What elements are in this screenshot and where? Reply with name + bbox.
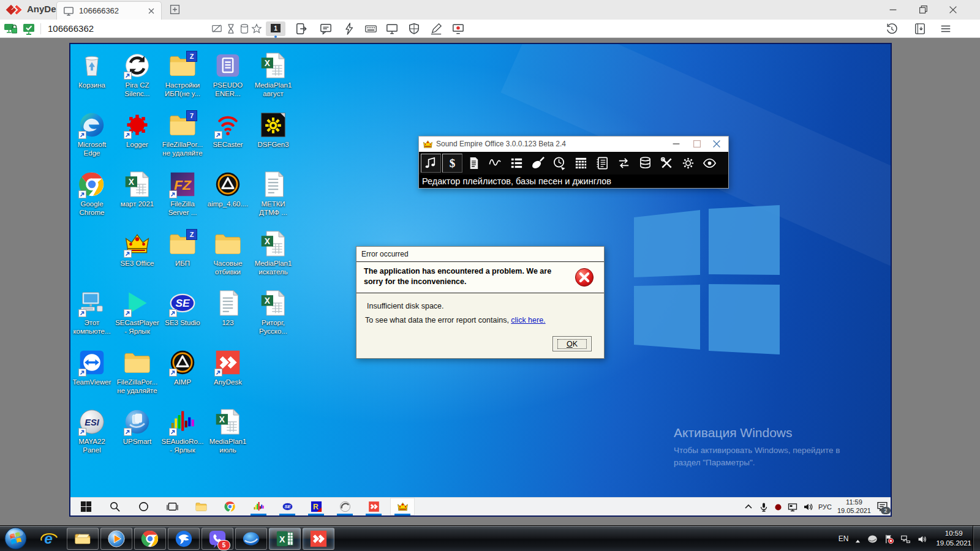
actions-lightning-icon[interactable]: [343, 23, 355, 35]
display-settings-icon[interactable]: [386, 23, 398, 35]
se3-icon: SE: [169, 290, 196, 317]
taskbar-excel[interactable]: X: [269, 528, 301, 550]
playlist-icon: [510, 156, 524, 170]
session-duration-icon[interactable]: [225, 23, 236, 34]
taskbar-thunderbird[interactable]: [168, 528, 200, 550]
taskbar-logger[interactable]: [333, 498, 357, 515]
se-toolbar-document-icon[interactable]: [464, 154, 484, 173]
tray-chevron-icon[interactable]: [744, 502, 753, 512]
desktop-icon-ritorg-russkoe[interactable]: XРиторг,Русско...: [247, 290, 300, 336]
sound-empire-window[interactable]: Sound Empire Office 3.0.0.123 Beta 2.4 $…: [418, 136, 729, 189]
language-indicator[interactable]: РУС: [818, 503, 832, 511]
taskbar-start-button[interactable]: [74, 498, 98, 515]
tab-close-icon[interactable]: [146, 6, 156, 16]
taskbar-search-button[interactable]: [102, 498, 127, 515]
taskbar-viber[interactable]: 5: [202, 528, 233, 550]
taskbar-anydesk[interactable]: [361, 498, 386, 515]
start-button[interactable]: [4, 527, 27, 550]
se-toolbar-money-icon[interactable]: $: [442, 154, 462, 173]
clock[interactable]: 10:59 19.05.2021: [936, 529, 971, 548]
new-tab-button[interactable]: [169, 4, 181, 15]
clock[interactable]: 11:59 19.05.2021: [837, 498, 871, 514]
taskbar-file-explorer[interactable]: [189, 498, 213, 515]
address-book-icon[interactable]: [914, 23, 926, 35]
remote-display-icon[interactable]: [788, 502, 797, 512]
taskbar-anydesk[interactable]: [303, 528, 334, 550]
desktop-icon-mediaplan1-iskatel[interactable]: XMediaPlan1искатель: [247, 230, 300, 277]
storage-icon[interactable]: [239, 23, 250, 34]
keyboard-icon[interactable]: [364, 23, 378, 35]
se-toolbar-scheduler-icon[interactable]: [549, 154, 570, 173]
esi-icon: ESI: [78, 408, 105, 435]
se-toolbar-phonebook-icon[interactable]: [592, 154, 612, 173]
click-here-link[interactable]: click here.: [511, 316, 545, 324]
se-toolbar-grid-icon[interactable]: [571, 154, 591, 173]
seaudiorouter-icon: [253, 501, 265, 512]
taskbar-blue-disc-app[interactable]: [235, 528, 267, 550]
tray-chevron-icon[interactable]: [854, 536, 861, 542]
network-icon[interactable]: [900, 534, 911, 544]
monitor-select-button[interactable]: 1: [266, 21, 285, 36]
window-close-button[interactable]: [939, 0, 967, 20]
volume-icon[interactable]: [917, 534, 927, 544]
whiteboard-pencil-icon[interactable]: [430, 23, 442, 35]
se-maximize-button[interactable]: [692, 138, 703, 149]
se-toolbar-settings-gear-icon[interactable]: [678, 154, 698, 173]
se-toolbar-exchange-icon[interactable]: [614, 154, 634, 173]
taskbar-task-view-button[interactable]: [160, 498, 184, 515]
se-toolbar-tools-icon[interactable]: [657, 154, 677, 173]
anydesk-icon: [309, 530, 328, 548]
microphone-icon[interactable]: [759, 502, 769, 512]
taskbar-chrome[interactable]: [217, 498, 242, 515]
sound-empire-titlebar[interactable]: Sound Empire Office 3.0.0.123 Beta 2.4: [419, 137, 728, 152]
favorite-star-icon[interactable]: [251, 23, 262, 34]
ok-button[interactable]: OK: [552, 336, 592, 351]
taskbar-seaudiorouter[interactable]: [246, 498, 271, 515]
language-indicator[interactable]: EN: [839, 534, 849, 543]
window-restore-button[interactable]: [909, 0, 937, 20]
menu-icon[interactable]: [940, 23, 952, 35]
session-tab[interactable]: 106666362: [56, 1, 162, 20]
excel-icon: X: [260, 52, 287, 79]
se-toolbar-music-notes-icon[interactable]: [421, 154, 441, 173]
history-icon[interactable]: [886, 23, 898, 35]
media-player-icon: [107, 530, 126, 548]
recording-dot-icon[interactable]: [774, 503, 782, 511]
error-dialog[interactable]: Error occurred The application has encou…: [356, 246, 605, 359]
desktop-icon-anydesk[interactable]: AnyDesk: [202, 349, 254, 386]
record-session-icon[interactable]: [452, 23, 464, 35]
taskbar-internet-explorer[interactable]: e: [33, 528, 65, 550]
se-toolbar-waveform-icon[interactable]: [485, 154, 505, 173]
volume-icon[interactable]: [803, 502, 813, 512]
show-desktop-button[interactable]: [973, 526, 980, 551]
desktop-icon-mediaplan1-avgust[interactable]: XMediaPlan1август: [247, 52, 300, 99]
taskbar-se3-studio[interactable]: SE: [275, 498, 300, 515]
privacy-screen-icon[interactable]: [211, 23, 222, 34]
se-toolbar-playlist-icon[interactable]: [507, 154, 527, 173]
taskbar-sound-empire-office[interactable]: [390, 498, 415, 515]
desktop-icon-dsfgen3[interactable]: DSFGen3: [247, 111, 300, 149]
sound-empire-toolbar: $: [419, 152, 728, 174]
desktop-icon-label: MediaPlan1август: [247, 81, 300, 99]
taskbar-chrome[interactable]: [134, 528, 166, 550]
se-toolbar-database-icon[interactable]: [635, 154, 655, 173]
connection-status-icon: [22, 22, 36, 36]
se-toolbar-brush-icon[interactable]: [528, 154, 548, 173]
window-minimize-button[interactable]: [879, 0, 907, 20]
notification-center-button[interactable]: 2: [876, 501, 888, 512]
se-toolbar-view-eye-icon[interactable]: [699, 154, 720, 173]
desktop-icon-metki-dtmf[interactable]: МЕТКИДТМФ ...: [247, 171, 300, 217]
action-center-flag-icon[interactable]: [884, 534, 894, 544]
se-close-button[interactable]: [711, 138, 722, 149]
se-minimize-button[interactable]: [671, 138, 682, 149]
taskbar-r-app[interactable]: R: [304, 498, 328, 515]
windows-explorer-icon: [74, 530, 92, 548]
taskbar-windows-explorer[interactable]: [67, 528, 99, 550]
taskbar-media-player[interactable]: [100, 528, 132, 550]
chat-icon[interactable]: [320, 23, 332, 35]
file-transfer-icon[interactable]: [295, 23, 307, 35]
permissions-shield-icon[interactable]: [408, 23, 420, 35]
blue-disc-tray-icon[interactable]: [867, 534, 878, 544]
taskbar-cortana-button[interactable]: [131, 498, 156, 515]
desktop-icon-mediaplan1-iyul[interactable]: XMediaPlan1июль: [202, 408, 254, 455]
